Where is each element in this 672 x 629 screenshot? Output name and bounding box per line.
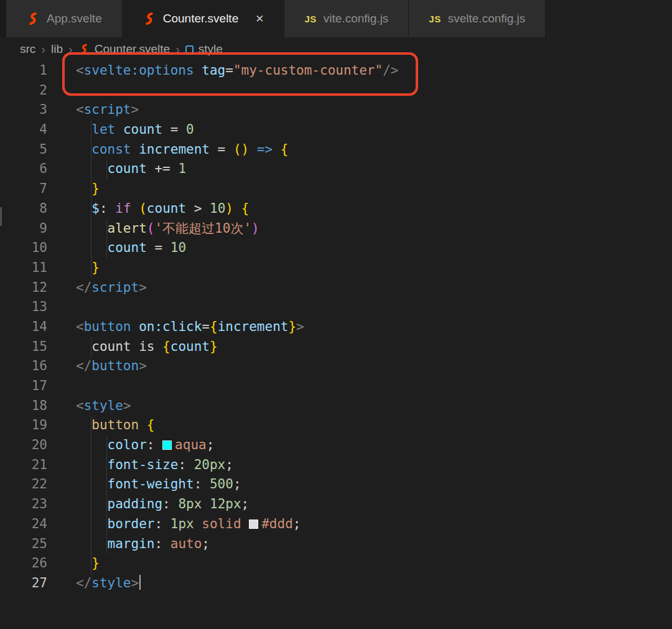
- close-icon[interactable]: ✕: [255, 12, 264, 26]
- code-token: solid: [202, 516, 241, 531]
- line-number: 25: [0, 534, 47, 554]
- code-token: ;: [207, 437, 215, 452]
- code-line-8[interactable]: 8 $: if (count > 10) {: [0, 199, 672, 219]
- line-number: 17: [0, 376, 47, 396]
- code-line-22[interactable]: 22 font-weight: 500;: [0, 475, 672, 495]
- code-token: (: [139, 201, 147, 216]
- code-token: [115, 122, 123, 137]
- code-line-19[interactable]: 19 button {: [0, 416, 672, 436]
- code-token: >: [139, 358, 147, 373]
- code-token: 10: [170, 240, 186, 255]
- tab-label: App.svelte: [47, 12, 102, 26]
- breadcrumb-item-src[interactable]: src: [20, 42, 35, 56]
- code-token: [194, 63, 202, 78]
- tab-bar-spacer: [0, 0, 6, 37]
- line-content: let count = 0: [76, 120, 194, 140]
- code-line-15[interactable]: 15 count is {count}: [0, 337, 672, 357]
- breadcrumb-item-style[interactable]: style: [185, 42, 223, 56]
- tab-label: Counter.svelte: [163, 12, 238, 26]
- code-token: {: [241, 201, 250, 216]
- code-token: >: [139, 280, 147, 295]
- line-content: </script>: [76, 278, 147, 298]
- code-line-14[interactable]: 14<button on:click={increment}>: [0, 317, 672, 337]
- breadcrumb-item-counter-svelte[interactable]: Counter.svelte: [78, 42, 170, 56]
- code-token: button: [91, 358, 139, 373]
- code-line-24[interactable]: 24 border: 1px solid #ddd;: [0, 515, 672, 534]
- code-line-6[interactable]: 6 count += 1: [0, 159, 672, 179]
- code-token: count: [108, 240, 147, 255]
- color-swatch[interactable]: [249, 520, 258, 529]
- code-line-3[interactable]: 3<script>: [0, 100, 672, 120]
- code-area[interactable]: 1<svelte:options tag="my-custom-counter"…: [0, 61, 672, 594]
- breadcrumb-label: Counter.svelte: [95, 42, 170, 56]
- code-token: (): [233, 142, 249, 157]
- code-line-18[interactable]: 18<style>: [0, 396, 672, 416]
- code-token: [76, 417, 91, 432]
- line-number: 19: [0, 416, 47, 436]
- code-token: font-weight: [108, 477, 194, 492]
- line-number: 15: [0, 337, 47, 357]
- color-swatch[interactable]: [162, 440, 172, 450]
- code-token: 0: [186, 122, 194, 137]
- line-number: 6: [0, 159, 47, 179]
- code-line-9[interactable]: 9 alert('不能超过10次'): [0, 219, 672, 239]
- code-line-20[interactable]: 20 color: aqua;: [0, 436, 672, 455]
- tab-bar: App.svelteCounter.svelte✕JSvite.config.j…: [0, 0, 672, 37]
- code-line-10[interactable]: 10 count = 10: [0, 238, 672, 258]
- code-line-2[interactable]: 2: [0, 81, 672, 101]
- code-token: "my-custom-counter": [233, 63, 383, 78]
- code-token: style: [84, 398, 123, 413]
- code-token: color: [108, 437, 147, 452]
- code-line-21[interactable]: 21 font-size: 20px;: [0, 455, 672, 475]
- code-line-7[interactable]: 7 }: [0, 179, 672, 199]
- code-token: const: [91, 142, 131, 157]
- line-number: 26: [0, 554, 47, 574]
- code-token: [241, 516, 250, 531]
- line-content: color: aqua;: [76, 436, 214, 455]
- code-line-1[interactable]: 1<svelte:options tag="my-custom-counter"…: [0, 61, 672, 81]
- code-line-23[interactable]: 23 padding: 8px 12px;: [0, 495, 672, 515]
- tab-svelte-config-js[interactable]: JSsvelte.config.js: [409, 0, 546, 37]
- line-content: $: if (count > 10) {: [76, 199, 249, 219]
- breadcrumb-item-lib[interactable]: lib: [51, 42, 63, 56]
- code-token: #ddd: [261, 516, 293, 531]
- code-line-13[interactable]: 13: [0, 297, 672, 317]
- js-icon: JS: [304, 12, 316, 26]
- code-token: :: [100, 201, 115, 216]
- line-number: 11: [0, 258, 47, 278]
- tab-vite-config-js[interactable]: JSvite.config.js: [284, 0, 409, 37]
- code-token: [76, 437, 108, 452]
- line-number: 9: [0, 219, 47, 239]
- code-line-17[interactable]: 17: [0, 376, 672, 396]
- code-token: count: [123, 122, 162, 137]
- code-line-12[interactable]: 12</script>: [0, 278, 672, 298]
- tab-app-svelte[interactable]: App.svelte: [6, 0, 123, 37]
- code-token: (: [147, 221, 155, 236]
- code-token: :: [162, 496, 178, 511]
- tab-counter-svelte[interactable]: Counter.svelte✕: [123, 0, 285, 37]
- code-token: tag: [202, 63, 225, 78]
- code-line-16[interactable]: 16</button>: [0, 356, 672, 376]
- code-token: [194, 516, 202, 531]
- code-token: ;: [293, 516, 301, 531]
- line-number: 16: [0, 356, 47, 376]
- code-token: >: [123, 398, 131, 413]
- line-content: count is {count}: [76, 337, 218, 357]
- line-number: 4: [0, 120, 47, 140]
- code-token: 1: [178, 161, 186, 176]
- code-token: margin: [108, 536, 155, 551]
- code-token: [273, 142, 281, 157]
- code-token: 10: [210, 201, 225, 216]
- line-content: font-weight: 500;: [76, 475, 241, 495]
- line-content: count += 1: [76, 159, 186, 179]
- code-line-26[interactable]: 26 }: [0, 554, 672, 574]
- code-token: }: [210, 339, 218, 354]
- code-token: ): [225, 201, 233, 216]
- code-line-11[interactable]: 11 }: [0, 258, 672, 278]
- code-line-25[interactable]: 25 margin: auto;: [0, 534, 672, 554]
- code-line-27[interactable]: 27</style>: [0, 574, 672, 594]
- code-line-5[interactable]: 5 const increment = () => {: [0, 140, 672, 160]
- code-token: count: [147, 201, 186, 216]
- line-number: 8: [0, 199, 47, 219]
- code-line-4[interactable]: 4 let count = 0: [0, 120, 672, 140]
